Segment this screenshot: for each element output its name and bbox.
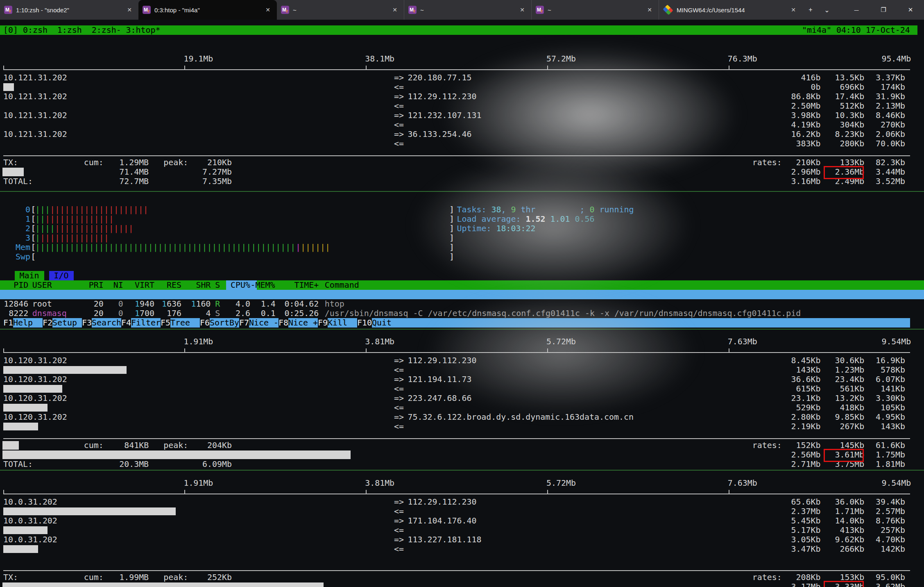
fkey-sortby[interactable]: SortBy	[210, 318, 239, 328]
iftop1-flow-1-in: <=0b696Kb174Kb	[0, 82, 924, 92]
scale-tick	[729, 348, 729, 352]
tab-title: 0:3:htop - "mi4a"	[154, 7, 259, 14]
flow-source-ip: 10.121.31.202	[3, 92, 67, 101]
tab-5[interactable]: M2~✕	[531, 0, 659, 20]
flow-in-rate: 5.17Kb	[791, 526, 821, 535]
arrow-out-icon: =>	[394, 356, 404, 365]
tab-close-icon[interactable]: ✕	[390, 6, 400, 14]
flow-out-rate: 36.6Kb	[791, 375, 821, 384]
htop-meter-mem: Mem[||||||||||||||||||||||||||||||||||||…	[0, 243, 924, 252]
scale-label: 38.1Mb	[365, 54, 394, 64]
tasks-summary: ;	[580, 205, 590, 214]
fkey-filter[interactable]: Filter	[131, 318, 161, 328]
flow-dest-host: 121.232.107.131	[408, 111, 482, 120]
process-row-12846[interactable]: 12846root200194016361160R4.01.40:04.62ht…	[0, 299, 924, 309]
flow-in-rate: 280Kb	[840, 139, 864, 148]
fkey-number: F8	[279, 318, 288, 328]
flow-out-rate: 8.46Kb	[876, 111, 905, 120]
meter-magenta-bars: |	[296, 243, 301, 252]
pri: 20	[94, 299, 104, 309]
process-row-8222[interactable]: 8222dnsmasq20017001764S2.60.10:25.26/usr…	[0, 309, 924, 318]
arrow-in-icon: <=	[394, 139, 404, 148]
tab-2-active[interactable]: M20:3:htop - "mi4a"✕	[138, 0, 277, 20]
tab-6[interactable]: MINGW64:/c/Users/1544✕	[659, 0, 802, 20]
maximize-button[interactable]: ❐	[870, 0, 897, 20]
tab-close-icon[interactable]: ✕	[263, 6, 273, 14]
tab-menu-chevron-icon[interactable]: ⌄	[819, 0, 835, 20]
arrow-in-icon: <=	[394, 101, 404, 111]
arrow-in-icon: <=	[394, 120, 404, 130]
window-close-button[interactable]: ✕	[897, 0, 924, 20]
fkey-kill[interactable]: Kill	[328, 318, 357, 328]
meter-label: 0	[25, 205, 30, 214]
iftop1-flow-2-in: <=2.50Mb512Kb2.13Mb	[0, 101, 924, 111]
flow-in-rate: 174Kb	[881, 82, 905, 92]
col-user: USER	[32, 280, 52, 290]
tab-main[interactable]: Main	[15, 271, 44, 280]
tab-close-icon[interactable]: ✕	[645, 6, 654, 14]
tab-close-icon[interactable]: ✕	[517, 6, 527, 14]
meter-bracket: ]	[449, 214, 454, 224]
flow-source-ip: 10.121.31.202	[3, 130, 67, 139]
fkey-search[interactable]: Search	[92, 318, 121, 328]
meter-bracket: ]	[449, 243, 454, 252]
arrow-in-icon: <=	[394, 507, 404, 516]
traffic-bar	[3, 385, 62, 393]
iftop1-flow-2-out: 10.121.31.202=>112.29.112.23086.8Kb17.4K…	[0, 92, 924, 101]
meter-label: 1	[25, 214, 30, 224]
arrow-in-icon: <=	[394, 365, 404, 375]
tab-close-icon[interactable]: ✕	[125, 6, 134, 14]
flow-out-rate: 23.4Kb	[835, 375, 864, 384]
flow-out-rate: 14.0Kb	[835, 516, 864, 526]
traffic-bar	[3, 526, 48, 534]
fkey-setup[interactable]: Setup	[52, 318, 82, 328]
scale-tick	[184, 490, 185, 494]
iftop2-flow-1-out: 10.120.31.202=>112.29.112.2308.45Kb30.6K…	[0, 356, 924, 365]
iftop1-flow-3-in: <=4.19Kb304Kb270Kb	[0, 120, 924, 130]
tab-strip: M21:10:zsh - "snode2"✕M20:3:htop - "mi4a…	[0, 0, 835, 20]
col-virt: VIRT	[135, 280, 154, 290]
fkey-number: F3	[82, 318, 92, 328]
flow-in-rate: 105Kb	[881, 403, 905, 412]
fkey-nice[interactable]: Nice -	[249, 318, 279, 328]
total-rate-value: 1.81Mb	[876, 460, 905, 469]
meter-green-bars: ||	[35, 214, 45, 224]
flow-out-rate: 3.37Kb	[876, 73, 905, 82]
rx-rate-value: 3.44Mb	[876, 167, 905, 177]
ni: 0	[118, 309, 123, 318]
title-bar: M21:10:zsh - "snode2"✕M20:3:htop - "mi4a…	[0, 0, 924, 20]
cum-label: cum:	[84, 158, 104, 167]
flow-dest-host: 223.247.68.66	[408, 394, 472, 403]
state: R	[215, 299, 220, 309]
msys2-icon-digit: 2	[9, 9, 11, 13]
tab-io[interactable]: I/O	[49, 271, 74, 280]
scale-label: 1.91Mb	[183, 478, 213, 488]
iftop1-tx-row: TX:cum:peak:rates:1.29MB210Kb210Kb133Kb8…	[0, 158, 924, 167]
fkey-help[interactable]: Help	[13, 318, 43, 328]
tmux-pane-border	[0, 191, 924, 192]
tab-3[interactable]: M2~✕	[277, 0, 404, 20]
flow-in-rate: 142Kb	[881, 544, 905, 554]
fkey-quit[interactable]: Quit	[372, 318, 401, 328]
tab-4[interactable]: M2~✕	[404, 0, 531, 20]
fkey-nice[interactable]: Nice +	[288, 318, 318, 328]
flow-in-rate: 2.13Mb	[876, 101, 905, 111]
fkey-tree[interactable]: Tree	[170, 318, 200, 328]
meter-red-bars: ||||||||||||||	[40, 233, 109, 243]
flow-dest-host: 112.29.112.230	[408, 497, 477, 507]
new-tab-button[interactable]: +	[802, 0, 819, 20]
meter-bracket: ]	[449, 205, 454, 214]
tx-rate-value: 95.0Kb	[876, 573, 905, 582]
minimize-button[interactable]: ─	[843, 0, 870, 20]
pid: 8222	[9, 309, 28, 318]
scale-tick	[547, 348, 548, 352]
tab-1[interactable]: M21:10:zsh - "snode2"✕	[0, 0, 138, 20]
tab-title: MINGW64:/c/Users/1544	[677, 7, 785, 14]
meter-green-bars: ||||	[35, 224, 55, 233]
iftop2-scale-line	[3, 352, 910, 353]
meter-red-bars: ||||||||||||||||	[55, 224, 134, 233]
col-mem: MEM%	[256, 280, 275, 290]
tab-close-icon[interactable]: ✕	[788, 6, 798, 14]
arrow-out-icon: =>	[394, 516, 404, 526]
flow-in-rate: 529Kb	[796, 403, 821, 412]
